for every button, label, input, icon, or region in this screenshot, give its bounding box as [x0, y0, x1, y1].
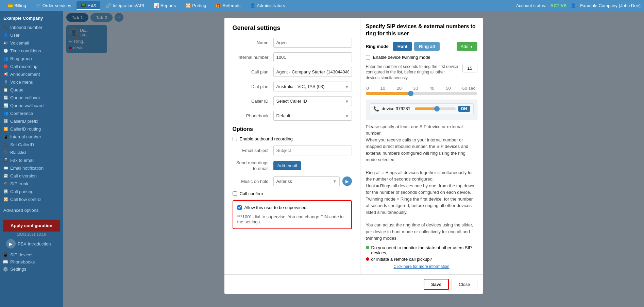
slider-thumb[interactable] [408, 91, 413, 96]
hunt-button[interactable]: Hunt [393, 42, 412, 51]
sidebar-item-announcement[interactable]: 📢 Announcement [0, 70, 63, 78]
apply-config-button[interactable]: Apply configuration [3, 220, 60, 232]
caller-id-row: Caller ID Select Caller ID ▼ [233, 96, 352, 106]
modal-body: General settings Name Internal number [224, 18, 483, 274]
nav-pbx[interactable]: 📟 PBX [77, 1, 100, 10]
sidebar-item-queue[interactable]: 📋 Queue [0, 86, 63, 94]
twinning-checkbox[interactable] [366, 55, 370, 59]
sidebar-item-blacklist[interactable]: 🚫 Blacklist [0, 149, 63, 156]
company-name: Example Company [0, 13, 63, 23]
supervised-checkbox[interactable] [237, 205, 242, 210]
more-info-link[interactable]: Click here for more information [393, 264, 449, 269]
device-row: 📞 device 379281 ON [370, 103, 474, 114]
caller-id-label: Caller ID [233, 99, 273, 104]
supervised-label: Allow this user to be supervised [244, 205, 307, 210]
account-info: Account status: ACTIVE 👤 Example Company… [516, 3, 641, 8]
nav-porting[interactable]: 🔀 Porting [181, 2, 210, 10]
sidebar-item-inbound-number[interactable]: 📞 Inbound number [0, 23, 63, 31]
referrals-icon: 🎁 [216, 3, 221, 8]
modal-title: General settings [233, 24, 352, 32]
time-icon: 🕐 [3, 49, 8, 53]
sidebar-item-queue-wallboard[interactable]: 📊 Queue wallboard [0, 102, 63, 109]
sidebar-item-advanced-options[interactable]: Advanced options [0, 206, 63, 214]
email-notification-icon: ✉️ [3, 166, 8, 170]
seconds-input[interactable] [462, 64, 477, 72]
slider-fill [366, 92, 410, 95]
sidebar-item-user[interactable]: 👤 User [0, 31, 63, 39]
nav-administrators[interactable]: 👤 Administrators [246, 2, 289, 10]
sidebar-item-email-notification[interactable]: ✉️ Email notification [0, 164, 63, 172]
slider-scale: 0 10 20 30 40 50 60 sec. [366, 86, 477, 91]
slider-track[interactable] [366, 92, 477, 95]
sidebar-item-voicemail[interactable]: 📬 Voicemail [0, 39, 63, 47]
name-row: Name [233, 38, 352, 48]
callerid-prefix-icon: 🔢 [3, 119, 8, 123]
sidebar-item-conference[interactable]: 👥 Conference [0, 109, 63, 117]
nav-referrals[interactable]: 🎁 Referrals [211, 2, 244, 10]
internal-number-input[interactable] [273, 52, 352, 62]
sidebar-item-settings[interactable]: ⚙️ Settings [3, 266, 60, 273]
call-confirm-checkbox[interactable] [233, 191, 237, 196]
nav-order-services[interactable]: 🛒 Order services [32, 2, 75, 10]
nav-billing[interactable]: 💳 Billing [3, 2, 30, 10]
call-confirm-row: Call confirm [233, 191, 352, 196]
voicemail-icon: 📬 [3, 41, 8, 45]
pbx-intro-item[interactable]: ▶ PBX Introduction [3, 236, 60, 251]
phonebook-select[interactable]: Default [273, 111, 352, 121]
call-plan-select[interactable]: Agent - Company Starter (1430440487) [273, 67, 352, 77]
set-callerid-icon: 📞 [3, 142, 8, 147]
caller-id-select[interactable]: Select Caller ID [273, 96, 352, 106]
sidebar-item-callerid-routing[interactable]: 🔀 CallerID routing [0, 125, 63, 133]
device-slider-thumb[interactable] [434, 106, 440, 112]
blacklist-icon: 🚫 [3, 150, 8, 155]
device-slider-fill [415, 107, 435, 110]
sidebar-item-callerid-prefix[interactable]: 🔢 CallerID prefix [0, 117, 63, 125]
sidebar-item-set-callerid[interactable]: 📞 Set CallerID [0, 141, 63, 149]
dial-plan-select[interactable]: Australia - VIC, TAS (03) [273, 82, 352, 91]
sidebar-item-internal-number[interactable]: 📱 Internal number [0, 133, 63, 141]
music-select[interactable]: Asterisk [273, 176, 340, 186]
internal-number-row: Internal number [233, 52, 352, 62]
monitor-question-row: Do you need to monitor the state of othe… [366, 245, 477, 255]
modal-footer: Save Close [224, 274, 483, 294]
device-on-badge[interactable]: ON [458, 106, 470, 112]
outbound-recording-checkbox[interactable] [233, 137, 237, 141]
user-icon: 👤 [3, 33, 8, 37]
nav-integrations[interactable]: 🔗 Integrations/API [102, 2, 148, 10]
sidebar-item-call-flow-control[interactable]: 🔀 Call flow control [0, 195, 63, 203]
nav-reports[interactable]: 📊 Reports [150, 2, 180, 10]
sidebar-item-call-recording[interactable]: 🔴 Call recording [0, 63, 63, 70]
sidebar-item-ring-group[interactable]: 👥 Ring group [0, 55, 63, 63]
ring-mode-row: Ring mode Hunt Ring all Add ▼ [366, 42, 477, 51]
sidebar-item-call-parking[interactable]: 🅿️ Call parking [0, 188, 63, 195]
call-diversion-icon: ↩️ [3, 174, 8, 178]
twinning-label: Enable device twinning mode [373, 55, 430, 60]
outbound-recording-label: Enable outbound recording [240, 136, 293, 141]
ring-all-button[interactable]: Ring all [414, 42, 440, 51]
pbx-icon: 📟 [81, 3, 86, 8]
sidebar-item-call-diversion[interactable]: ↩️ Call diversion [0, 172, 63, 180]
sidebar-item-voice-menu[interactable]: 🎛 Voice menu [0, 78, 63, 86]
device-slider[interactable] [415, 107, 456, 110]
reports-icon: 📊 [154, 3, 159, 8]
modal: General settings Name Internal number [224, 18, 483, 294]
name-input[interactable] [273, 38, 352, 48]
right-title: Specify SIP devices & external numbers t… [366, 23, 477, 37]
sidebar-item-time-conditions[interactable]: 🕐 Time conditions [0, 47, 63, 55]
sidebar-item-fax-email[interactable]: 📠 Fax to email [0, 156, 63, 164]
add-device-button[interactable]: Add ▼ [457, 42, 477, 51]
sidebar-item-queue-callback[interactable]: 🔄 Queue callback [0, 94, 63, 102]
voice-menu-icon: 🎛 [3, 80, 8, 84]
music-play-button[interactable]: ▶ [342, 176, 352, 186]
save-button[interactable]: Save [424, 279, 449, 290]
call-plan-row: Call plan Agent - Company Starter (14304… [233, 67, 352, 77]
sidebar-item-sip-trunk[interactable]: 🔌 SIP trunk [0, 180, 63, 188]
email-subject-input[interactable] [273, 146, 352, 155]
add-email-button[interactable]: Add email [273, 161, 301, 170]
announcement-icon: 📢 [3, 72, 8, 76]
sidebar-item-sip-devices[interactable]: 📱 SIP devices [3, 251, 60, 258]
play-button[interactable]: ▶ [6, 239, 16, 249]
close-button[interactable]: Close [452, 279, 477, 290]
sidebar-item-phonebooks[interactable]: 📖 Phonebooks [3, 258, 60, 266]
queue-callback-icon: 🔄 [3, 96, 8, 100]
